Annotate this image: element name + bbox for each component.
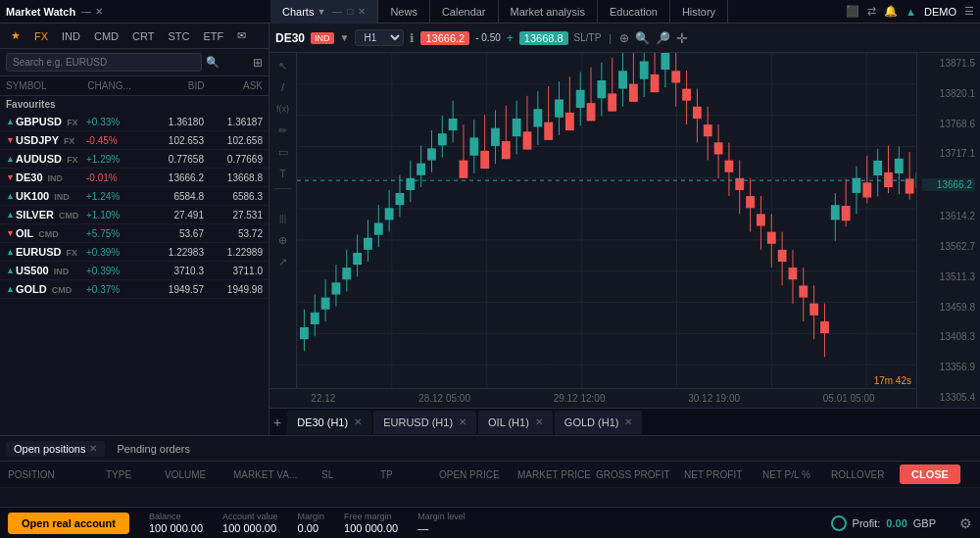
sidebar-tab-favourites[interactable]: ★ [6,27,25,44]
tab-history[interactable]: History [670,0,728,24]
symbol-row[interactable]: ▲ AUDUSD FX +1.29% 0.77658 0.77669 [0,150,269,169]
plus-icon: + [507,31,514,45]
chart-tab-eurusd-close[interactable]: ✕ [459,416,466,427]
charts-minimize-icon[interactable]: — [332,6,342,17]
depth-tool[interactable]: ||| [273,210,293,227]
chart-toolbar: DE30 IND ▼ H1M1M5M15H4D1 ℹ 13666.2 - 0.5… [270,24,980,53]
sym-change-oil: +5.75% [86,228,145,239]
price-chart [297,53,980,408]
symbol-row[interactable]: ▲ SILVER CMD +1.10% 27.491 27.531 [0,206,269,224]
close-all-button[interactable]: CLOSE [900,465,960,484]
menu-icon[interactable]: ☰ [964,5,974,18]
col-open-price: OPEN PRICE [439,469,517,480]
chart-tab-oil[interactable]: OIL (H1) ✕ [478,411,553,434]
footer-margin: Margin 0.00 [298,512,325,534]
chart-tab-gold-close[interactable]: ✕ [624,416,632,427]
sym-ask-usdjpy: 102.658 [204,135,263,146]
symbol-row[interactable]: ▲ GBPUSD FX +0.33% 1.36180 1.36187 [0,113,269,131]
sidebar-tab-crt[interactable]: CRT [127,28,159,44]
transfer-icon[interactable]: ⇄ [867,5,876,18]
settings-icon[interactable]: ⚙ [959,515,972,531]
text-tool[interactable]: T [273,165,293,182]
rect-tool[interactable]: ▭ [273,143,293,161]
symbol-row[interactable]: ▼ DE30 IND -0.01% 13666.2 13668.8 [0,169,269,187]
bell-icon[interactable]: 🔔 [884,5,898,18]
arrow-uk100: ▲ [6,191,16,201]
col-net-profit: NET PROFIT [684,469,762,480]
indicator-badge: IND [311,32,334,44]
profit-value: 0.00 [886,517,906,529]
symbol-row[interactable]: ▼ USDJPY FX -0.45% 102.653 102.658 [0,131,269,150]
sym-bid-de30: 13666.2 [145,172,204,183]
sidebar-tab-mail[interactable]: ✉ [232,27,251,44]
charts-dropdown-icon[interactable]: ▼ [317,7,325,17]
sym-ask-oil: 53.72 [204,228,263,239]
search-icon[interactable]: 🔍 [206,56,220,69]
arrow-icon[interactable]: ▼ [340,32,350,43]
symbol-row[interactable]: ▲ UK100 IND +1.24% 6584.8 6586.3 [0,187,269,206]
more-tools-icon[interactable]: ✛ [676,30,688,46]
add-chart-btn[interactable]: + [273,415,281,430]
chart-tab-eurusd[interactable]: EURUSD (H1) ✕ [373,411,476,434]
tab-market-analysis[interactable]: Market analysis [499,0,598,24]
arrow-gold: ▲ [6,284,16,294]
crosshair-icon[interactable]: ⊕ [619,31,629,45]
sym-change-usdjpy: -0.45% [86,135,145,146]
sym-change-eurusd: +0.39% [86,247,145,258]
open-real-account-button[interactable]: Open real account [8,513,129,534]
tab-calendar[interactable]: Calendar [430,0,499,24]
zoom-in-icon[interactable]: 🔍 [635,31,650,45]
y-axis: 13871.513820.113768.613717.113666.213614… [916,53,980,408]
sym-name-uk100: UK100 IND [16,190,86,202]
timeframe-select[interactable]: H1M1M5M15H4D1 [355,29,404,46]
sym-ask-de30: 13668.8 [204,172,263,183]
symbol-row[interactable]: ▲ GOLD CMD +0.37% 1949.57 1949.98 [0,280,269,299]
sidebar-tab-etf[interactable]: ETF [199,28,229,44]
margin-label: Margin [298,512,325,521]
chart-tab-oil-close[interactable]: ✕ [535,416,543,427]
sidebar-tab-stc[interactable]: STC [164,28,195,44]
fx-tool[interactable]: f(x) [273,100,293,118]
chart-tab-de30-close[interactable]: ✕ [354,416,362,427]
sym-bid-gold: 1949.57 [145,284,204,295]
layers-tool[interactable]: ⊕ [273,231,293,249]
pencil-tool[interactable]: ✏ [273,122,293,139]
sidebar-tab-fx[interactable]: FX [29,28,53,44]
symbol-row[interactable]: ▲ EURUSD FX +0.39% 1.22983 1.22989 [0,243,269,262]
favourites-label: Favourites [0,96,269,113]
open-positions-close[interactable]: ✕ [89,443,97,454]
sym-name-gbpusd: GBPUSD FX [16,116,86,127]
sidebar-tab-cmd[interactable]: CMD [89,28,123,44]
symbol-row[interactable]: ▲ US500 IND +0.39% 3710.3 3711.0 [0,262,269,280]
grid-icon[interactable]: ⊞ [253,56,263,70]
top-bar-icons: — ✕ [81,6,103,17]
tab-education[interactable]: Education [598,0,670,24]
minimize-icon[interactable]: — [81,6,91,17]
instrument-label: DE30 [275,31,305,45]
line-tool[interactable]: / [273,78,293,96]
monitor-icon[interactable]: ⬛ [846,5,859,18]
symbol-row[interactable]: ▼ OIL CMD +5.75% 53.67 53.72 [0,224,269,243]
bottom-tab-open-positions[interactable]: Open positions ✕ [6,441,105,457]
charts-maximize-icon[interactable]: □ [347,6,353,17]
zoom-out-icon[interactable]: 🔎 [656,31,670,45]
sidebar-tab-ind[interactable]: IND [57,28,85,44]
tab-news[interactable]: News [378,0,430,24]
sl-tp-label[interactable]: SL/TP [574,32,602,43]
close-icon[interactable]: ✕ [95,6,103,17]
chart-tab-eurusd-label: EURUSD (H1) [383,416,453,428]
cursor-tool[interactable]: ↖ [273,57,293,74]
y-label: 13768.6 [922,119,975,129]
footer-account-value: Account value 100 000.00 [222,512,278,534]
bottom-tab-pending-orders[interactable]: Pending orders [109,441,198,457]
share-tool[interactable]: ↗ [273,253,293,270]
left-tools: ↖ / f(x) ✏ ▭ T ||| ⊕ ↗ [270,53,297,388]
chart-tab-de30[interactable]: DE30 (H1) ✕ [287,411,371,434]
charts-close-icon[interactable]: ✕ [358,6,366,17]
info-icon[interactable]: ℹ [410,31,415,45]
y-label: 13408.3 [922,331,975,342]
chart-tab-gold[interactable]: GOLD (H1) ✕ [555,411,643,434]
top-bar: Market Watch — ✕ Charts ▼ — □ ✕ News Cal… [0,0,980,24]
search-input[interactable] [6,53,202,72]
tab-charts[interactable]: Charts ▼ — □ ✕ [270,0,378,24]
